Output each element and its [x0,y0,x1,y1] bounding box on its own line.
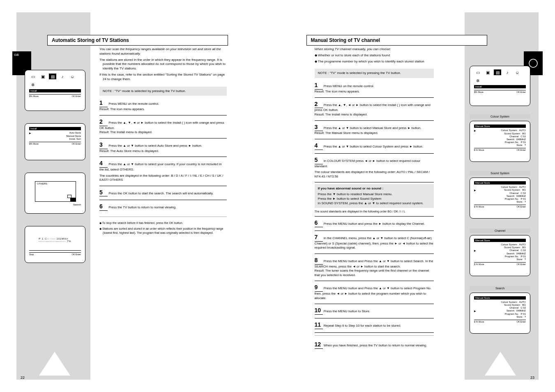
icon-sound: ♪ [59,74,66,79]
screen-icon-menu-r: ▭ ▣ ▤ ♪ ☺ ✲ Install $% MoveOK Enter [470,66,530,106]
icon-picture: ▭ [474,69,481,75]
progress-bar: P 1 C-- ---- 102MHz --------------------… [29,230,81,250]
caption-sound-system: Sound System [470,171,530,175]
caption-colour-system: Colour System [470,114,530,119]
page-number-right: 23 [530,376,534,380]
screen-manual-sound: Manual Store Colour System AUTO ▶Sound S… [470,178,530,219]
triangle-decor-left [39,352,70,376]
icon-function: ☺ [69,74,76,79]
icon-sound: ♪ [504,69,511,75]
search-button[interactable]: Search [73,203,81,206]
icon-pip: ▣ [484,69,491,75]
caption-search: Search [470,286,530,291]
manual-page-spread: GB Automatic Storing of TV Stations ▭ ▣ … [0,0,555,392]
screen-auto-store: OTHERS Search [25,173,85,214]
svg-point-0 [529,59,537,67]
icon-install-selected: ▤ [494,69,501,75]
nested-sound-box: If you have abnormal sound or no sound :… [315,184,434,208]
icon-function: ☺ [514,69,521,75]
section-title-right: Manual Storing of TV channel [306,35,487,46]
footnotes-left: ◆ To stop the search before it has finis… [99,221,227,235]
stop-button[interactable]: Stop [29,253,34,256]
screen-manual-search: Manual Store Colour System AUTO Sound Sy… [470,293,530,334]
section-title-left: Automatic Storing of TV Stations [47,35,228,46]
country-panel: OTHERS [35,181,76,202]
icon-picture: ▭ [29,74,37,79]
screen-search-progress: P 1 C-- ---- 102MHz --------------------… [25,226,85,263]
content-left: You can scan the frequency ranges availa… [99,47,227,236]
content-right: When storing TV channel manually, you ca… [315,47,434,352]
page-number-left: 22 [21,376,25,380]
screen-manual-channel: Manual Store Colour System AUTO Sound Sy… [470,235,530,276]
icon-feature: ✲ [29,82,37,88]
note-box: NOTE : "TV" mode is selected by pressing… [99,87,227,96]
screen-install-menu: Install ▶Auto Store Manual Store Instal.… [25,123,85,160]
triangle-decor-right [485,352,516,376]
page-left: GB Automatic Storing of TV Stations ▭ ▣ … [0,0,278,392]
icon-install-selected: ▤ [49,74,56,79]
icon-feature: ✲ [474,78,481,83]
page-right: Manual Storing of TV channel ▭ ▣ ▤ ♪ ☺ ✲… [278,0,555,392]
icon-pip: ▣ [39,74,46,79]
note-box-r: NOTE : "TV" mode is selected by pressing… [315,69,434,78]
screen-icon-menu: ▭ ▣ ▤ ♪ ☺ ✲ Install $% Move OK Enter [25,70,85,111]
screen-manual-colour: Manual Store ▶Colour System AUTO Sound S… [470,121,530,162]
caption-channel: Channel [470,228,530,233]
